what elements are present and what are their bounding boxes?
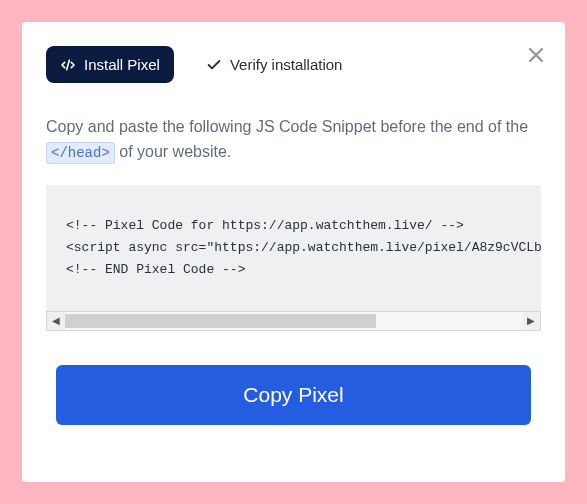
copy-pixel-button[interactable]: Copy Pixel [56,365,531,425]
svg-line-0 [67,60,70,69]
scroll-right-arrow-icon[interactable]: ▶ [522,312,540,330]
code-wrapper: <!-- Pixel Code for https://app.watchthe… [46,185,541,331]
tab-install-pixel[interactable]: Install Pixel [46,46,174,83]
tab-install-label: Install Pixel [84,56,160,73]
head-tag-code: </head> [46,142,115,164]
check-icon [206,57,222,73]
scroll-left-arrow-icon[interactable]: ◀ [47,312,65,330]
code-icon [60,57,76,73]
instructions-after: of your website. [115,143,232,160]
code-snippet[interactable]: <!-- Pixel Code for https://app.watchthe… [46,185,541,311]
tab-verify-label: Verify installation [230,56,343,73]
scroll-thumb[interactable] [65,314,376,328]
tab-verify-installation[interactable]: Verify installation [192,46,357,83]
instructions-text: Copy and paste the following JS Code Sni… [46,115,541,165]
instructions-before: Copy and paste the following JS Code Sni… [46,118,528,135]
install-pixel-card: Install Pixel Verify installation Copy a… [22,22,565,482]
horizontal-scrollbar[interactable]: ◀ ▶ [46,311,541,331]
tab-bar: Install Pixel Verify installation [46,46,541,83]
scroll-track[interactable] [65,312,522,330]
close-icon[interactable] [529,44,543,67]
